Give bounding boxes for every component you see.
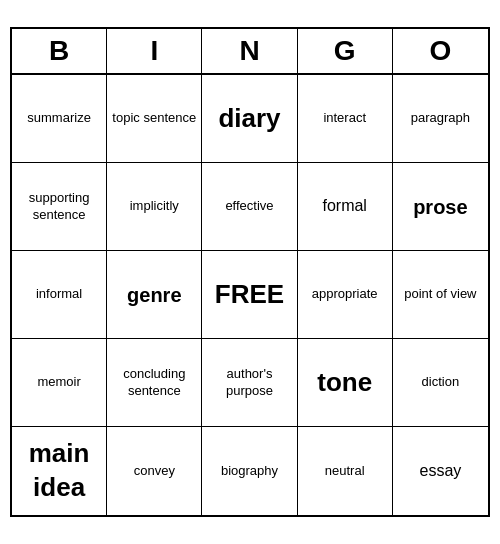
header-letter: B xyxy=(12,29,107,73)
cell-text: author's purpose xyxy=(206,366,292,400)
bingo-cell[interactable]: FREE xyxy=(202,251,297,339)
cell-text: memoir xyxy=(37,374,80,391)
bingo-cell[interactable]: author's purpose xyxy=(202,339,297,427)
cell-text: tone xyxy=(317,366,372,400)
header-letter: O xyxy=(393,29,488,73)
cell-text: supporting sentence xyxy=(16,190,102,224)
bingo-cell[interactable]: memoir xyxy=(12,339,107,427)
cell-text: formal xyxy=(322,196,366,217)
cell-text: diary xyxy=(218,102,280,136)
cell-text: implicitly xyxy=(130,198,179,215)
header-letter: N xyxy=(202,29,297,73)
cell-text: genre xyxy=(127,282,181,308)
bingo-cell[interactable]: convey xyxy=(107,427,202,515)
bingo-cell[interactable]: biography xyxy=(202,427,297,515)
cell-text: prose xyxy=(413,194,467,220)
bingo-cell[interactable]: main idea xyxy=(12,427,107,515)
bingo-cell[interactable]: diction xyxy=(393,339,488,427)
header-letter: G xyxy=(298,29,393,73)
bingo-cell[interactable]: formal xyxy=(298,163,393,251)
bingo-cell[interactable]: interact xyxy=(298,75,393,163)
bingo-cell[interactable]: appropriate xyxy=(298,251,393,339)
bingo-cell[interactable]: summarize xyxy=(12,75,107,163)
bingo-cell[interactable]: implicitly xyxy=(107,163,202,251)
cell-text: paragraph xyxy=(411,110,470,127)
header-letter: I xyxy=(107,29,202,73)
bingo-cell[interactable]: essay xyxy=(393,427,488,515)
bingo-cell[interactable]: genre xyxy=(107,251,202,339)
cell-text: diction xyxy=(422,374,460,391)
bingo-cell[interactable]: tone xyxy=(298,339,393,427)
cell-text: concluding sentence xyxy=(111,366,197,400)
cell-text: biography xyxy=(221,463,278,480)
cell-text: point of view xyxy=(404,286,476,303)
cell-text: FREE xyxy=(215,278,284,312)
bingo-grid: summarizetopic sentencediaryinteractpara… xyxy=(12,75,488,515)
bingo-cell[interactable]: topic sentence xyxy=(107,75,202,163)
cell-text: effective xyxy=(225,198,273,215)
cell-text: essay xyxy=(419,461,461,482)
cell-text: interact xyxy=(323,110,366,127)
cell-text: neutral xyxy=(325,463,365,480)
bingo-cell[interactable]: point of view xyxy=(393,251,488,339)
bingo-cell[interactable]: supporting sentence xyxy=(12,163,107,251)
bingo-card: BINGO summarizetopic sentencediaryintera… xyxy=(10,27,490,517)
bingo-cell[interactable]: paragraph xyxy=(393,75,488,163)
bingo-cell[interactable]: neutral xyxy=(298,427,393,515)
cell-text: summarize xyxy=(27,110,91,127)
cell-text: informal xyxy=(36,286,82,303)
bingo-cell[interactable]: effective xyxy=(202,163,297,251)
cell-text: appropriate xyxy=(312,286,378,303)
bingo-cell[interactable]: prose xyxy=(393,163,488,251)
bingo-header: BINGO xyxy=(12,29,488,75)
cell-text: convey xyxy=(134,463,175,480)
bingo-cell[interactable]: informal xyxy=(12,251,107,339)
cell-text: main idea xyxy=(16,437,102,505)
bingo-cell[interactable]: concluding sentence xyxy=(107,339,202,427)
bingo-cell[interactable]: diary xyxy=(202,75,297,163)
cell-text: topic sentence xyxy=(112,110,196,127)
